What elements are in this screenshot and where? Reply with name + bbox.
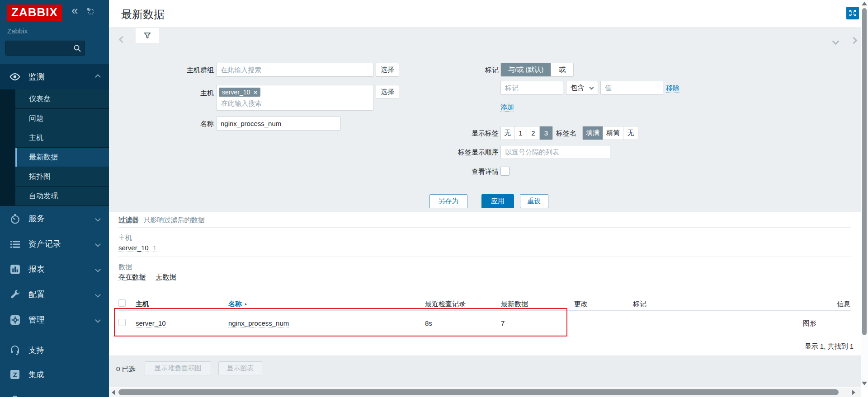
sidebar-item-support[interactable]: 支持 [0, 338, 109, 362]
filter-tab[interactable] [136, 28, 159, 43]
sidebar-item-problems[interactable]: 问题 [15, 109, 109, 128]
search-input[interactable] [9, 42, 72, 54]
filter-collapse-icon[interactable] [832, 38, 840, 45]
sidebar-item-reports[interactable]: 报表 [0, 257, 109, 282]
sidebar-item-maps[interactable]: 拓扑图 [15, 167, 109, 187]
host-group-input-wrap [216, 63, 373, 77]
tag-name-input[interactable] [501, 81, 563, 94]
sidebar-item-configuration[interactable]: 配置 [0, 282, 109, 307]
host-multiselect[interactable]: server_10 × 在此输入搜索 [216, 85, 373, 111]
horizontal-scrollbar[interactable] [109, 388, 861, 397]
row-checkbox[interactable] [118, 319, 126, 326]
sidebar-item-label: 服务 [28, 213, 45, 224]
sidebar-item-discovery[interactable]: 自动发现 [15, 187, 109, 206]
sidebar-undock-icon[interactable] [87, 8, 94, 17]
sidebar-search[interactable] [5, 41, 85, 56]
show-tags-3[interactable]: 3 [540, 126, 552, 140]
horizontal-scrollbar-thumb[interactable] [118, 389, 839, 395]
column-header-host[interactable]: 主机 [136, 300, 149, 308]
sidebar-item-services[interactable]: 服务 [0, 206, 109, 231]
tag-value-input[interactable] [601, 81, 663, 94]
action-bar: 0 已选 显示堆叠面积图 显示图表 [109, 355, 861, 387]
sidebar-item-integrations[interactable]: Z 集成 [0, 362, 109, 387]
sidebar-item-label: 资产记录 [28, 238, 61, 249]
sidebar-item-inventory[interactable]: 资产记录 [0, 231, 109, 257]
show-tags-none[interactable]: 无 [501, 126, 514, 140]
show-tags-1[interactable]: 1 [514, 126, 527, 140]
row-graph-link[interactable]: 图形 [785, 319, 816, 328]
tag-remove-link[interactable]: 移除 [666, 84, 679, 93]
tag-add-link[interactable]: 添加 [500, 103, 514, 112]
tags-mode-andor[interactable]: 与/或 (默认) [501, 63, 551, 76]
scroll-down-arrow-icon[interactable] [862, 382, 867, 385]
sort-asc-icon: ▲ [244, 302, 248, 306]
tag-value-input-wrap [600, 81, 663, 95]
sidebar-item-administration[interactable]: 管理 [0, 307, 109, 332]
svg-text:Z: Z [13, 371, 17, 378]
search-icon[interactable] [73, 44, 81, 54]
row-item-name-link[interactable]: nginx_process_num [228, 319, 289, 327]
show-stacked-graph-button[interactable]: 显示堆叠面积图 [145, 361, 211, 375]
column-header-name-link[interactable]: 名称 [228, 300, 242, 308]
vertical-scrollbar-thumb[interactable] [862, 8, 867, 335]
without-data-link[interactable]: 无数据 [156, 273, 176, 281]
tag-operator-select[interactable]: 包含 [566, 81, 598, 95]
select-all-checkbox[interactable] [118, 299, 126, 307]
sidebar: ZABBIX « Zabbix 监测 仪表盘 问题 主机 最新数据 拓扑图 自动… [0, 0, 109, 397]
host-select-button[interactable]: 选择 [376, 85, 399, 99]
tag-priority-label: 标签显示顺序 [380, 145, 499, 159]
show-tags-2[interactable]: 2 [527, 126, 540, 140]
tag-name-input-wrap [500, 81, 563, 95]
chevron-up-icon [95, 74, 101, 80]
row-last-check: 8s [425, 319, 432, 327]
annotation-rectangle [114, 308, 567, 336]
column-header-tags: 标记 [633, 300, 646, 308]
subfilter-data-row: 存在数据 无数据 [118, 273, 176, 281]
sidebar-item-dashboard[interactable]: 仪表盘 [15, 89, 109, 109]
name-input[interactable] [217, 117, 340, 130]
tag-priority-input[interactable] [501, 145, 610, 159]
apply-button[interactable]: 应用 [481, 194, 514, 208]
tags-mode-or[interactable]: 或 [551, 63, 573, 76]
vertical-scrollbar[interactable] [861, 0, 868, 388]
tag-display-full[interactable]: 填满 [583, 126, 603, 140]
show-graph-button[interactable]: 显示图表 [218, 361, 262, 375]
main-content: 最新数据 主机群组 选择 主机 server_10 × 在此输入搜索 选择 名称 [109, 0, 868, 397]
save-as-button[interactable]: 另存为 [429, 194, 467, 208]
scroll-right-arrow-icon[interactable] [852, 390, 855, 395]
sidebar-item-monitoring[interactable]: 监测 [0, 64, 109, 89]
tab-scroll-right-icon[interactable] [850, 37, 858, 44]
tag-display-none[interactable]: 无 [623, 126, 638, 140]
row-host-link[interactable]: server_10 [136, 319, 166, 327]
kiosk-mode-button[interactable] [846, 7, 859, 19]
sidebar-item-latest-data[interactable]: 最新数据 [15, 148, 109, 167]
sidebar-item-help[interactable]: ? [0, 387, 109, 397]
tab-scroll-left-icon[interactable] [119, 36, 126, 43]
name-label: 名称 [109, 117, 214, 131]
submenu-label: 最新数据 [29, 153, 58, 162]
chip-remove-icon[interactable]: × [254, 89, 257, 96]
subfilter-host-link[interactable]: server_10 [118, 244, 149, 252]
zabbix-logo: ZABBIX [7, 5, 62, 21]
show-details-checkbox[interactable] [500, 167, 509, 176]
host-group-input[interactable] [217, 63, 373, 76]
subfilter-host-row: server_10 1 [118, 244, 156, 252]
subfilter-heading: 过滤器 只影响过滤后的数据 [118, 216, 204, 224]
sidebar-collapse-icon[interactable]: « [71, 5, 78, 16]
divider [118, 257, 851, 257]
question-icon: ? [9, 393, 21, 397]
subfilter-data-label: 数据 [118, 263, 132, 271]
reset-button[interactable]: 重设 [520, 194, 548, 208]
submenu-label: 问题 [29, 114, 43, 123]
tag-display-shortened[interactable]: 精简 [603, 126, 623, 140]
column-header-name[interactable]: 名称▲ [228, 300, 248, 308]
name-input-wrap [216, 117, 341, 131]
with-data-link[interactable]: 存在数据 [118, 273, 146, 281]
scroll-up-arrow-icon[interactable] [862, 2, 867, 5]
scroll-left-arrow-icon[interactable] [112, 390, 115, 395]
sidebar-server-name: Zabbix [7, 27, 28, 35]
show-details-label: 查看详情 [380, 164, 499, 178]
sidebar-item-hosts[interactable]: 主机 [15, 128, 109, 148]
result-count: 显示 1, 共找到 1 [742, 342, 854, 351]
bar-chart-icon [9, 264, 21, 275]
